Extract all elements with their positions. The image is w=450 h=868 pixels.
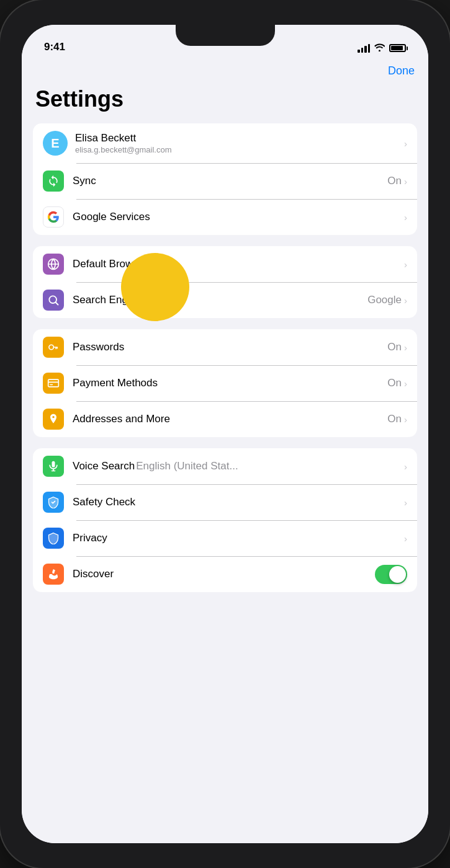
payment-methods-content: Payment Methods On › bbox=[73, 377, 407, 389]
chevron-icon: › bbox=[404, 461, 407, 472]
sync-label: Sync bbox=[73, 175, 96, 187]
payment-methods-icon bbox=[43, 373, 64, 394]
phone-frame: 9:41 bbox=[0, 0, 450, 868]
misc-group: Voice Search English (United Stat... › bbox=[33, 448, 417, 592]
safety-check-content: Safety Check › bbox=[73, 496, 407, 508]
toggle-knob bbox=[389, 566, 406, 583]
chevron-icon: › bbox=[404, 378, 407, 389]
privacy-label: Privacy bbox=[73, 532, 107, 544]
sync-right: On › bbox=[387, 175, 407, 187]
payment-methods-right: On › bbox=[387, 377, 407, 389]
chevron-icon: › bbox=[404, 212, 407, 223]
passwords-content: Passwords On › bbox=[73, 341, 407, 353]
discover-label: Discover bbox=[73, 568, 114, 580]
google-services-content: Google Services › bbox=[73, 211, 407, 223]
voice-search-icon bbox=[43, 456, 64, 477]
voice-search-content: Voice Search English (United Stat... › bbox=[73, 460, 407, 472]
user-name: Elisa Beckett bbox=[75, 132, 404, 144]
privacy-icon bbox=[43, 528, 64, 549]
sync-value: On bbox=[387, 175, 402, 187]
payment-methods-value: On bbox=[387, 377, 402, 389]
settings-content: Done Settings E Elisa Beckett elisa.g.be… bbox=[22, 58, 428, 843]
voice-search-label-wrapper: Voice Search English (United Stat... bbox=[73, 460, 238, 472]
addresses-right: On › bbox=[387, 413, 407, 425]
account-group: E Elisa Beckett elisa.g.beckett@gmail.co… bbox=[33, 123, 417, 235]
search-engine-label: Search Engine bbox=[73, 294, 142, 306]
chevron-icon: › bbox=[404, 176, 407, 187]
default-browser-icon bbox=[43, 254, 64, 275]
default-browser-content: Default Browser › bbox=[73, 258, 407, 270]
user-email: elisa.g.beckett@gmail.com bbox=[75, 145, 404, 154]
safety-check-icon bbox=[43, 492, 64, 513]
chevron-icon: › bbox=[404, 342, 407, 353]
sync-icon bbox=[43, 170, 64, 192]
addresses-content: Addresses and More On › bbox=[73, 413, 407, 425]
svg-point-2 bbox=[49, 345, 54, 350]
default-browser-label: Default Browser bbox=[73, 258, 148, 270]
payment-methods-row[interactable]: Payment Methods On › bbox=[33, 365, 417, 401]
browser-group: Default Browser › Search Engine bbox=[33, 246, 417, 318]
default-browser-row[interactable]: Default Browser › bbox=[33, 246, 417, 282]
battery-icon bbox=[389, 44, 406, 52]
safety-check-label: Safety Check bbox=[73, 496, 135, 508]
safety-check-row[interactable]: Safety Check › bbox=[33, 484, 417, 520]
payment-methods-label: Payment Methods bbox=[73, 377, 158, 389]
chevron-icon: › bbox=[404, 414, 407, 425]
voice-search-row[interactable]: Voice Search English (United Stat... › bbox=[33, 448, 417, 484]
chevron-icon: › bbox=[404, 295, 407, 306]
autofill-group: Passwords On › bbox=[33, 329, 417, 437]
status-time: 9:41 bbox=[44, 41, 65, 53]
discover-content: Discover bbox=[73, 565, 407, 584]
passwords-right: On › bbox=[387, 341, 407, 353]
signal-bars-icon bbox=[358, 44, 370, 53]
page-title: Settings bbox=[33, 81, 417, 123]
search-engine-row[interactable]: Search Engine Google › bbox=[33, 282, 417, 318]
passwords-icon bbox=[43, 337, 64, 358]
phone-screen: 9:41 bbox=[22, 25, 428, 843]
avatar: E bbox=[43, 131, 68, 156]
status-icons bbox=[358, 43, 406, 53]
voice-search-label: Voice Search bbox=[73, 460, 135, 472]
google-services-icon bbox=[43, 206, 64, 228]
passwords-row[interactable]: Passwords On › bbox=[33, 329, 417, 365]
user-info: Elisa Beckett elisa.g.beckett@gmail.com bbox=[75, 132, 404, 154]
discover-row[interactable]: Discover bbox=[33, 556, 417, 592]
search-engine-value: Google bbox=[367, 294, 402, 306]
discover-toggle[interactable] bbox=[375, 565, 407, 584]
chevron-icon: › bbox=[404, 497, 407, 508]
user-row[interactable]: E Elisa Beckett elisa.g.beckett@gmail.co… bbox=[33, 123, 417, 163]
sync-content: Sync On › bbox=[73, 175, 407, 187]
voice-search-sublabel: English (United Stat... bbox=[136, 460, 238, 472]
search-engine-content: Search Engine Google › bbox=[73, 294, 407, 306]
chevron-icon: › bbox=[404, 533, 407, 544]
addresses-row[interactable]: Addresses and More On › bbox=[33, 401, 417, 437]
privacy-content: Privacy › bbox=[73, 532, 407, 544]
addresses-label: Addresses and More bbox=[73, 413, 170, 425]
wifi-icon bbox=[374, 43, 385, 53]
google-services-label: Google Services bbox=[73, 211, 150, 223]
chevron-icon: › bbox=[404, 138, 407, 149]
addresses-value: On bbox=[387, 413, 402, 425]
search-engine-icon bbox=[43, 290, 64, 311]
addresses-icon bbox=[43, 409, 64, 430]
sync-row[interactable]: Sync On › bbox=[33, 163, 417, 199]
chevron-icon: › bbox=[404, 259, 407, 270]
privacy-row[interactable]: Privacy › bbox=[33, 520, 417, 556]
notch bbox=[176, 25, 275, 46]
passwords-value: On bbox=[387, 341, 402, 353]
svg-rect-3 bbox=[48, 379, 59, 387]
passwords-label: Passwords bbox=[73, 341, 124, 353]
google-services-row[interactable]: Google Services › bbox=[33, 199, 417, 235]
svg-rect-4 bbox=[52, 461, 55, 467]
done-button[interactable]: Done bbox=[388, 64, 415, 78]
search-engine-right: Google › bbox=[367, 294, 407, 306]
discover-icon bbox=[43, 564, 64, 585]
header-row: Done bbox=[33, 58, 417, 81]
